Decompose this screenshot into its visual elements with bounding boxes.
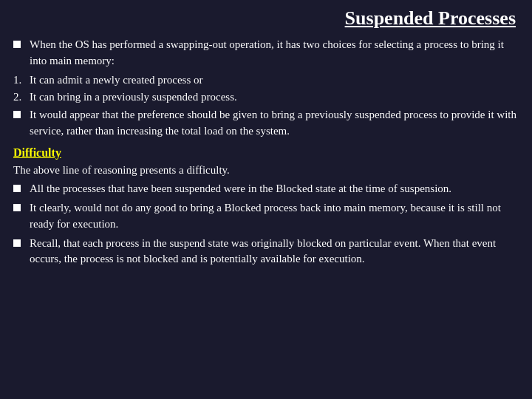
bullet-item-2: It would appear that the preference shou… — [13, 107, 519, 140]
number-label-1: 1. — [13, 72, 30, 89]
bottom-bullet-text-2: It clearly, would not do any good to bri… — [30, 200, 519, 233]
bottom-bullet-icon-2 — [13, 200, 30, 216]
bullet-icon-2 — [13, 107, 30, 123]
bottom-bullet-text-3: Recall, that each process in the suspend… — [30, 236, 519, 268]
bullet-text-2: It would appear that the preference shou… — [30, 107, 519, 140]
number-label-2: 2. — [13, 89, 30, 106]
slide: Suspended Processes When the OS has perf… — [0, 0, 532, 399]
bottom-bullet-icon-1 — [13, 181, 30, 197]
slide-content: When the OS has performed a swapping-out… — [13, 37, 519, 267]
section-title: Difficulty — [13, 144, 519, 161]
bottom-bullet-3: Recall, that each process in the suspend… — [13, 236, 519, 268]
numbered-text-2: It can bring in a previously suspended p… — [30, 89, 519, 106]
slide-title: Suspended Processes — [13, 7, 519, 30]
numbered-text-1: It can admit a newly created process or — [30, 72, 519, 89]
intro-line: The above line of reasoning presents a d… — [13, 163, 519, 179]
numbered-item-1: 1. It can admit a newly created process … — [13, 72, 519, 89]
bullet-text-1: When the OS has performed a swapping-out… — [30, 37, 519, 69]
bullet-icon-1 — [13, 37, 30, 53]
bottom-bullet-1: All the processes that have been suspend… — [13, 181, 519, 197]
bottom-bullet-icon-3 — [13, 236, 30, 252]
bullet-item-1: When the OS has performed a swapping-out… — [13, 37, 519, 69]
bottom-bullet-2: It clearly, would not do any good to bri… — [13, 200, 519, 233]
bottom-bullet-text-1: All the processes that have been suspend… — [30, 181, 519, 197]
numbered-item-2: 2. It can bring in a previously suspende… — [13, 89, 519, 106]
